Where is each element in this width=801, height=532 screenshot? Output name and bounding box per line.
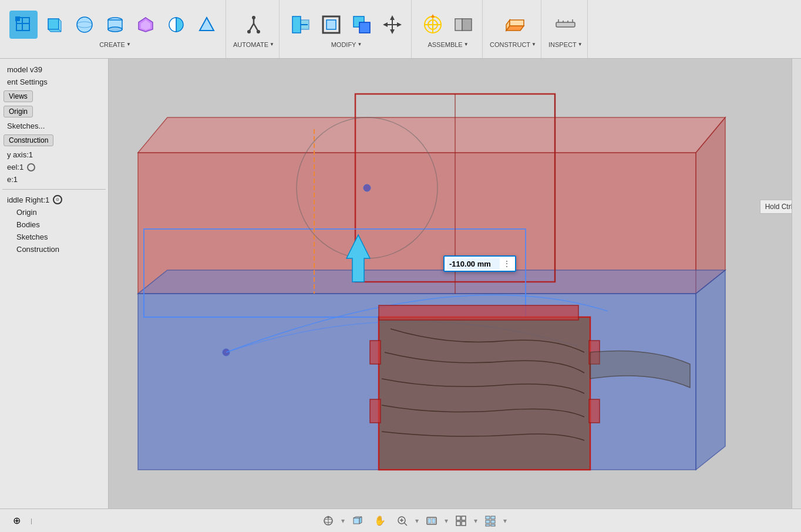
svg-rect-88 [456,521,460,526]
create-triangle-btn[interactable] [193,11,221,39]
sidebar-settings[interactable]: ent Settings [2,76,106,88]
wheel-circle-icon [27,163,35,171]
statusbar-display-btn[interactable] [422,511,441,530]
dimension-input[interactable] [447,258,500,270]
svg-rect-68 [379,305,578,320]
create-box-btn[interactable] [40,11,68,39]
statusbar-orbit-btn[interactable] [319,511,338,530]
svg-rect-4 [48,19,59,29]
modify-move-btn[interactable] [378,11,406,39]
svg-marker-6 [48,29,61,32]
create-label[interactable]: CREATE ▼ [99,41,131,48]
create-special-btn[interactable] [132,11,160,39]
svg-line-80 [405,523,408,526]
target-icon[interactable]: ⊙ [53,195,62,204]
svg-rect-87 [462,516,466,520]
modify-push-btn[interactable] [287,11,315,39]
sidebar-yaxis[interactable]: y axis:1 [2,149,106,161]
sidebar-model[interactable]: model v39 [2,63,106,76]
sidebar-bodies[interactable]: Bodies [7,218,106,231]
svg-point-18 [252,16,255,19]
dimension-menu-btn[interactable]: ⋮ [501,258,513,270]
create-sketch-btn[interactable] [9,11,38,39]
svg-rect-93 [491,520,495,523]
statusbar-left: ⊕ | [7,511,32,530]
svg-rect-44 [556,22,575,27]
create-dropdown-arrow: ▼ [126,42,131,47]
svg-point-20 [257,30,260,33]
inspect-group: INSPECT ▼ [544,0,588,58]
construct-dropdown-arrow: ▼ [531,42,536,47]
sidebar-wheel[interactable]: eel:1 [2,161,106,173]
assemble-label[interactable]: ASSEMBLE ▼ [428,41,468,48]
automate-btn[interactable] [240,11,268,39]
svg-point-11 [108,27,122,32]
construct-group: CONSTRUCT ▼ [485,0,541,58]
viewport: ⋮ Hold Ctrl t [109,59,801,509]
modify-combine-btn[interactable] [348,11,376,39]
assemble-joint-btn[interactable] [419,11,447,39]
modify-label[interactable]: MODIFY ▼ [331,41,362,48]
svg-rect-21 [292,16,301,33]
svg-rect-91 [491,516,495,519]
svg-rect-94 [486,524,490,526]
statusbar-center: ▾ ✋ ▾ ▾ [319,511,507,530]
construct-plane-btn[interactable] [499,11,527,39]
sidebar-construction-top-btn[interactable]: Construction [4,134,53,146]
svg-rect-27 [359,22,370,33]
svg-rect-89 [462,521,466,526]
statusbar-separator: | [31,517,32,524]
sidebar-sketches[interactable]: Sketches... [2,120,106,132]
sidebar-origin-btn[interactable]: Origin [4,106,33,117]
sidebar-sketches-sub[interactable]: Sketches [7,231,106,243]
statusbar-grid-btn[interactable] [452,511,470,530]
svg-rect-76 [354,518,359,524]
svg-marker-38 [431,14,435,18]
svg-rect-65 [370,399,381,423]
svg-rect-40 [462,19,472,31]
modify-shell-btn[interactable] [317,11,345,39]
create-cylinder-btn[interactable] [101,11,129,39]
svg-rect-62 [379,317,590,470]
inspect-label[interactable]: INSPECT ▼ [548,41,583,48]
create-half-btn[interactable] [162,11,190,39]
statusbar-add-btn[interactable]: ⊕ [7,511,26,530]
svg-rect-86 [456,516,460,520]
svg-rect-64 [370,341,381,364]
sidebar-e1[interactable]: e:1 [2,173,106,186]
svg-marker-43 [510,20,524,26]
statusbar-zoom-btn[interactable] [393,511,412,530]
inspect-dropdown-arrow: ▼ [578,42,583,47]
assemble-bracket-btn[interactable] [449,11,477,39]
statusbar-div5: ▾ [503,517,507,525]
svg-marker-30 [390,15,395,20]
assemble-group: ASSEMBLE ▼ [414,0,483,58]
sidebar-origin-sub[interactable]: Origin [7,206,106,218]
statusbar: ⊕ | ▾ ✋ [0,509,801,532]
scene-container: ⋮ Hold Ctrl t [109,59,801,509]
svg-rect-90 [486,516,490,519]
sidebar-middle-right[interactable]: iddle Right:1 ⊙ [2,193,106,206]
viewport-scrollbar[interactable] [792,59,801,509]
svg-marker-14 [200,18,214,31]
svg-marker-31 [390,29,395,34]
sidebar-construction-sub[interactable]: Construction [7,243,106,255]
svg-marker-32 [383,22,388,27]
statusbar-appview-btn[interactable] [481,511,500,530]
svg-rect-25 [327,20,336,29]
svg-point-19 [247,30,251,33]
assemble-dropdown-arrow: ▼ [464,42,469,47]
inspect-measure-btn[interactable] [551,11,580,39]
statusbar-div2: ▾ [415,517,419,525]
svg-marker-55 [696,270,725,470]
statusbar-viewcube-btn[interactable] [348,511,367,530]
sidebar-views-btn[interactable]: Views [4,90,33,102]
statusbar-div3: ▾ [445,517,448,525]
svg-rect-95 [491,524,495,526]
scene-svg [109,59,801,509]
statusbar-pan-btn[interactable]: ✋ [371,511,389,530]
create-sphere-btn[interactable] [70,11,99,39]
construct-label[interactable]: CONSTRUCT ▼ [490,41,536,48]
automate-label[interactable]: AUTOMATE ▼ [233,41,274,48]
modify-group: MODIFY ▼ [282,0,412,58]
